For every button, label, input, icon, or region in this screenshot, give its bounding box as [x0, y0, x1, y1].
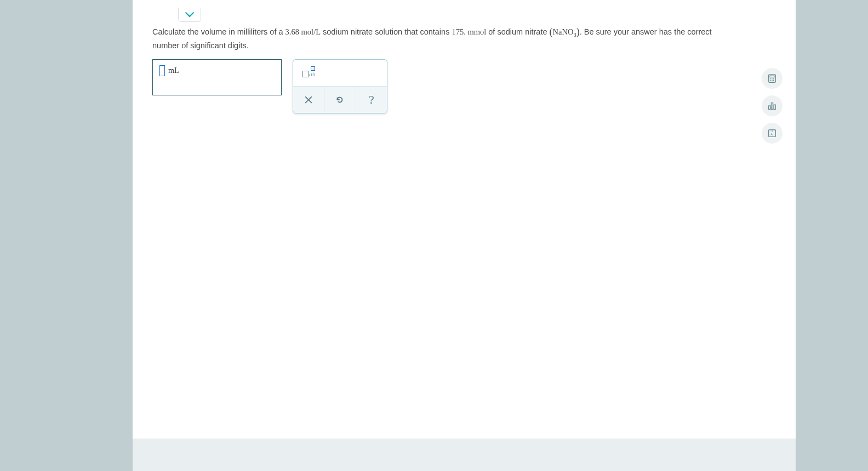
x-icon: [304, 95, 313, 105]
answer-unit: mL: [168, 66, 179, 75]
svg-point-6: [772, 80, 773, 81]
svg-point-3: [772, 78, 773, 80]
side-tool-rail: 18 Ar: [762, 68, 784, 144]
q-amount: 175.: [452, 27, 465, 36]
svg-point-2: [770, 78, 771, 80]
svg-rect-1: [770, 76, 774, 77]
svg-text:Ar: Ar: [770, 133, 774, 136]
svg-rect-10: [774, 105, 775, 109]
undo-icon: [335, 95, 345, 105]
question-mark-icon: ?: [369, 93, 374, 107]
bottom-bar: [133, 439, 796, 471]
periodic-table-button[interactable]: 18 Ar: [762, 123, 783, 144]
calculator-button[interactable]: [762, 68, 783, 89]
answer-value-slot[interactable]: [159, 65, 165, 76]
svg-rect-9: [771, 103, 773, 110]
exponent-box-icon: [311, 66, 315, 71]
tool-action-row: ?: [293, 86, 387, 113]
calculator-icon: [767, 73, 777, 83]
svg-point-4: [773, 78, 774, 80]
expand-toggle[interactable]: [178, 8, 201, 22]
q-concentration: 3.68: [285, 27, 299, 36]
question-text: Calculate the volume in milliliters of a…: [152, 25, 733, 53]
q-conc-unit: mol/L: [299, 27, 321, 36]
scientific-notation-button[interactable]: x10: [300, 65, 318, 81]
input-tool-panel: x10 ?: [293, 59, 387, 114]
x10-label: x10: [309, 73, 315, 77]
bar-chart-icon: [767, 101, 777, 111]
svg-point-7: [773, 80, 774, 81]
answer-input-box[interactable]: mL: [152, 59, 282, 95]
svg-rect-8: [769, 106, 770, 109]
svg-point-5: [770, 80, 771, 81]
q-part: sodium nitrate solution that contains: [321, 27, 452, 36]
clear-button[interactable]: [293, 87, 324, 113]
q-formula: NaNO: [553, 27, 574, 36]
reset-button[interactable]: [324, 87, 355, 113]
q-part: of sodium nitrate: [486, 27, 549, 36]
stats-button[interactable]: [762, 95, 783, 116]
help-button[interactable]: ?: [356, 87, 387, 113]
periodic-table-icon: 18 Ar: [767, 128, 777, 138]
tool-row-formats: x10: [293, 60, 387, 86]
chevron-down-icon: [185, 12, 195, 18]
q-part: Calculate the volume in milliliters of a: [152, 27, 285, 36]
q-amount-unit: mmol: [466, 27, 486, 36]
